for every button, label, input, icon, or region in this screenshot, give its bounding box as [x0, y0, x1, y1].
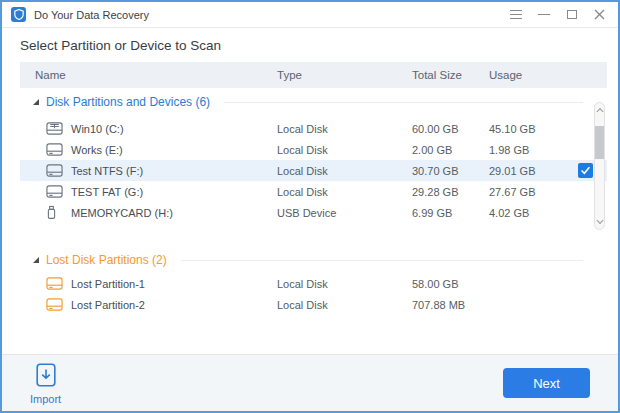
- import-button[interactable]: Import: [30, 363, 61, 405]
- lost-disk-icon: [46, 276, 64, 291]
- section-divider-line: [181, 260, 583, 261]
- table-row[interactable]: Lost Partition-1Local Disk58.00 GB: [20, 273, 607, 294]
- section-divider-line: [224, 102, 583, 103]
- partition-name: Test NTFS (F:): [71, 165, 143, 177]
- partition-name: Works (E:): [71, 144, 123, 156]
- table-row[interactable]: Test NTFS (F:)Local Disk30.70 GB29.01 GB: [20, 160, 607, 181]
- partition-total-size: 6.99 GB: [412, 207, 489, 219]
- table-row[interactable]: Lost Partition-2Local Disk707.88 MB: [20, 294, 607, 315]
- close-icon[interactable]: [593, 8, 606, 21]
- scrollbar-thumb[interactable]: [595, 126, 604, 159]
- maximize-icon[interactable]: [565, 8, 578, 21]
- import-file-icon: [36, 363, 56, 391]
- table-header-row: Name Type Total Size Usage: [20, 62, 607, 88]
- disk-icon: [46, 163, 64, 178]
- window-controls: [509, 8, 618, 21]
- partition-type: Local Disk: [277, 144, 412, 156]
- partition-total-size: 2.00 GB: [412, 144, 489, 156]
- row-checkbox[interactable]: [578, 163, 593, 178]
- scroll-up-icon[interactable]: [596, 108, 603, 115]
- collapse-arrow-icon[interactable]: [32, 98, 40, 106]
- partition-table: Name Type Total Size Usage Disk Partitio…: [20, 62, 607, 315]
- column-header-name: Name: [20, 69, 277, 81]
- partition-total-size: 707.88 MB: [412, 299, 489, 311]
- vertical-scrollbar[interactable]: [594, 102, 605, 230]
- partition-usage: 27.67 GB: [489, 186, 578, 198]
- partition-type: USB Device: [277, 207, 412, 219]
- app-window: Do Your Data Recovery Select Partition o…: [0, 0, 620, 413]
- table-row[interactable]: Works (E:)Local Disk2.00 GB1.98 GB: [20, 139, 607, 160]
- table-body: Disk Partitions and Devices (6)Win10 (C:…: [20, 92, 607, 315]
- column-header-usage: Usage: [489, 69, 578, 81]
- disk-icon: [46, 184, 64, 199]
- partition-name: TEST FAT (G:): [71, 186, 143, 198]
- partition-type: Local Disk: [277, 278, 412, 290]
- import-button-label: Import: [30, 393, 61, 405]
- app-logo-shield-icon: [11, 7, 26, 22]
- table-row[interactable]: TEST FAT (G:)Local Disk29.28 GB27.67 GB: [20, 181, 607, 202]
- partition-usage: 29.01 GB: [489, 165, 578, 177]
- partition-name: Win10 (C:): [71, 123, 124, 135]
- hamburger-menu-icon[interactable]: [509, 8, 522, 21]
- partition-total-size: 58.00 GB: [412, 278, 489, 290]
- partition-type: Local Disk: [277, 123, 412, 135]
- usb-icon: [46, 205, 64, 220]
- next-button[interactable]: Next: [503, 368, 590, 398]
- partition-total-size: 30.70 GB: [412, 165, 489, 177]
- column-header-type: Type: [277, 69, 412, 81]
- partition-name: Lost Partition-1: [71, 278, 145, 290]
- section-label: Lost Disk Partitions (2): [46, 253, 167, 267]
- partition-usage: 4.02 GB: [489, 207, 578, 219]
- partition-usage: 45.10 GB: [489, 123, 578, 135]
- title-bar: Do Your Data Recovery: [2, 2, 618, 28]
- partition-usage: 1.98 GB: [489, 144, 578, 156]
- partition-type: Local Disk: [277, 165, 412, 177]
- section-label: Disk Partitions and Devices (6): [46, 95, 210, 109]
- window-title: Do Your Data Recovery: [34, 9, 149, 21]
- lost-disk-icon: [46, 297, 64, 312]
- partition-type: Local Disk: [277, 299, 412, 311]
- partition-total-size: 29.28 GB: [412, 186, 489, 198]
- table-row[interactable]: Win10 (C:)Local Disk60.00 GB45.10 GB: [20, 118, 607, 139]
- table-row[interactable]: MEMORYCARD (H:)USB Device6.99 GB4.02 GB: [20, 202, 607, 223]
- collapse-arrow-icon[interactable]: [32, 256, 40, 264]
- page-title: Select Partition or Device to Scan: [20, 38, 221, 53]
- column-header-total-size: Total Size: [412, 69, 489, 81]
- section-header[interactable]: Disk Partitions and Devices (6): [20, 92, 607, 112]
- minimize-icon[interactable]: [537, 8, 550, 21]
- windows-disk-icon: [46, 121, 64, 136]
- disk-icon: [46, 142, 64, 157]
- partition-type: Local Disk: [277, 186, 412, 198]
- partition-name: MEMORYCARD (H:): [71, 207, 173, 219]
- scroll-down-icon[interactable]: [596, 217, 603, 224]
- partition-name: Lost Partition-2: [71, 299, 145, 311]
- partition-total-size: 60.00 GB: [412, 123, 489, 135]
- footer-bar: Import Next: [2, 354, 618, 411]
- section-header[interactable]: Lost Disk Partitions (2): [20, 250, 607, 270]
